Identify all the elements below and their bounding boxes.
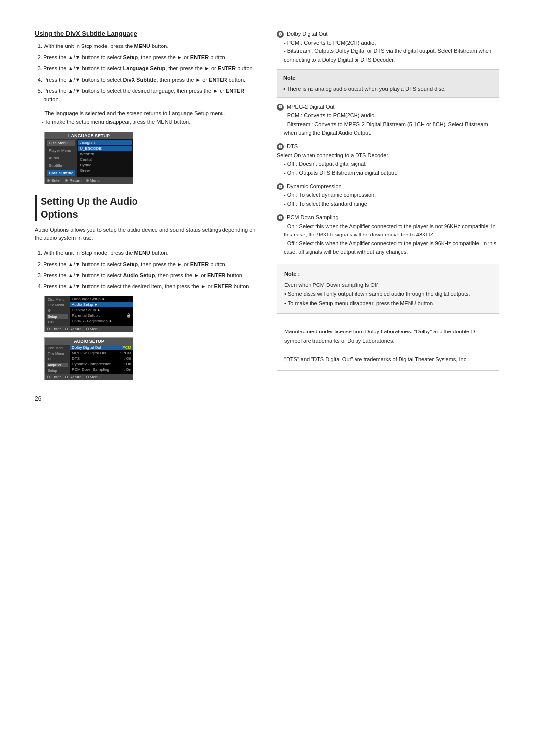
dolby-title: ❶ Dolby Digital Out — [277, 30, 499, 39]
footer-menu-3: ⊙ Menu — [86, 375, 100, 379]
audio-intro: Audio Options allows you to setup the au… — [35, 226, 262, 243]
divx-note-1: The language is selected and the screen … — [42, 109, 262, 118]
circle-2: ❷ — [277, 104, 284, 111]
dts-on: On : Outputs DTS Bitstream via digital o… — [284, 169, 499, 178]
dynamic-title: ❹ Dynamic Compression — [277, 182, 499, 191]
mpeg2-section: ❷ MPEG-2 Digital Out PCM : Converts to P… — [277, 103, 499, 138]
audio-section-title: Setting Up the AudioOptions — [35, 195, 262, 221]
nav-disc-menu: Disc Menu — [47, 140, 75, 146]
bold-setup-a: Setup — [123, 261, 138, 267]
nav-subtitle: Subtitle — [47, 162, 75, 169]
setup-screen-nav: Disc Menu Title Menu ⚙ Setup ⚙⚙ — [45, 296, 70, 326]
bold-enter-2: ENTER — [190, 54, 209, 60]
dolby-digital-section: ❶ Dolby Digital Out PCM : Converts to PC… — [277, 30, 499, 64]
footer-return-3: ⊙ Return — [65, 375, 81, 379]
dolby-pcm: PCM : Converts to PCM(2CH) audio. — [284, 39, 499, 47]
setup-screen-items: Language Setup ► Audio Setup ► Display S… — [70, 296, 133, 326]
language-screen-nav: Disc Menu Player Menu Audio Subtitle Div… — [45, 139, 77, 177]
dynamic-off: Off : To select the standard range. — [284, 200, 499, 209]
nav-audio: Audio — [47, 155, 75, 161]
circle-1: ❶ — [277, 31, 284, 38]
audio-step-4: Press the ▲/▼ buttons to select the desi… — [44, 283, 262, 291]
pcm-title: ❺ PCM Down Sampling — [277, 213, 499, 222]
footer-enter-3: ⊙ Enter — [47, 375, 61, 379]
language-screen-options: : English U_ENCODE Western Central Cyril… — [77, 139, 133, 177]
divx-step-5: Press the ▲/▼ buttons to select the desi… — [44, 87, 262, 104]
footer-return-2: ⊙ Return — [65, 327, 81, 331]
dts-off: Off : Doesn't output digital signal. — [284, 160, 499, 169]
divx-note-2: To make the setup menu disappear, press … — [42, 118, 262, 127]
bold-divx-subtitle: DivX Subtitle — [123, 77, 157, 83]
divx-steps-list: With the unit in Stop mode, press the ME… — [35, 42, 262, 104]
language-screen-footer: ⊙ Enter ⊙ Return ⊙ Menu — [45, 177, 133, 184]
circle-3: ❸ — [277, 143, 284, 150]
language-screen-header: LANGUAGE SETUP — [45, 132, 133, 139]
bold-enter-c: ENTER — [214, 284, 232, 289]
note-2-line3: • To make the Setup menu disappear, pres… — [284, 299, 492, 308]
audio-screen-items: Dolby Digital OutPCM MPEG-2 Digital Out:… — [70, 345, 133, 374]
mpeg2-bitstream: Bitstream : Converts to MPEG-2 Digital B… — [284, 120, 499, 138]
note-2-line2: • Some discs will only output down sampl… — [284, 289, 492, 299]
language-setup-screen: LANGUAGE SETUP Disc Menu Player Menu Aud… — [44, 132, 134, 184]
bold-language-setup: Language Setup — [123, 65, 166, 71]
audio-step-2: Press the ▲/▼ buttons to select Setup, t… — [44, 260, 262, 269]
setup-screen-footer: ⊙ Enter ⊙ Return ⊙ Menu — [45, 326, 133, 332]
note-box-1: Note • There is no analog audio output w… — [277, 69, 499, 97]
nav-player-menu: Player Menu — [47, 147, 75, 154]
dts-section: ❸ DTS Select On when connecting to a DTS… — [277, 142, 499, 177]
divx-step-1: With the unit in Stop mode, press the ME… — [44, 42, 262, 51]
audio-screen-footer: ⊙ Enter ⊙ Return ⊙ Menu — [45, 374, 133, 380]
circle-5: ❺ — [277, 214, 284, 221]
note-2-title: Note : — [284, 269, 492, 279]
audio-step-3: Press the ▲/▼ buttons to select Audio Se… — [44, 271, 262, 280]
footer-enter-2: ⊙ Enter — [47, 327, 61, 331]
audio-steps-list: With the unit in Stop mode, press the ME… — [35, 249, 262, 291]
page-content: Using the DivX Subtitle Language With th… — [35, 30, 499, 402]
footer-enter: ⊙ Enter — [47, 178, 61, 183]
divx-step-2: Press the ▲/▼ buttons to select Setup, t… — [44, 53, 262, 62]
divx-section: Using the DivX Subtitle Language With th… — [35, 30, 262, 184]
bold-enter-b: ENTER — [207, 272, 225, 278]
divx-section-title: Using the DivX Subtitle Language — [35, 30, 262, 37]
audio-setup-screen: AUDIO SETUP Disc Menu Title Menu ⚙ Ampli… — [44, 337, 134, 380]
pcm-section: ❺ PCM Down Sampling On : Select this whe… — [277, 213, 499, 257]
bold-enter-a: ENTER — [190, 261, 209, 267]
dts-title: ❸ DTS — [277, 142, 499, 151]
note-box-2: Note : Even when PCM Down sampling is Of… — [277, 264, 499, 314]
divx-step-3: Press the ▲/▼ buttons to select Language… — [44, 64, 262, 73]
dts-desc: Select On when connecting to a DTS Decod… — [277, 151, 499, 160]
setup-menu-screen: Disc Menu Title Menu ⚙ Setup ⚙⚙ Language… — [44, 296, 134, 332]
pcm-list: On : Select this when the Amplifier conn… — [277, 222, 499, 257]
circle-4: ❹ — [277, 183, 284, 190]
footer-return: ⊙ Return — [65, 178, 81, 183]
audio-section: Setting Up the AudioOptions Audio Option… — [35, 195, 262, 381]
note-1-title: Note — [283, 74, 493, 83]
pcm-off: Off : Select this when the Amplifier con… — [284, 239, 499, 257]
dynamic-compression-section: ❹ Dynamic Compression On : To select dyn… — [277, 182, 499, 208]
trademark-box: Manufactured under license from Dolby La… — [277, 321, 499, 371]
bold-audio-setup: Audio Setup — [123, 272, 155, 278]
nav-divx-subtitle: DivX Subtitle — [47, 170, 75, 176]
right-column: ❶ Dolby Digital Out PCM : Converts to PC… — [277, 30, 499, 402]
divx-step-4: Press the ▲/▼ buttons to select DivX Sub… — [44, 76, 262, 85]
dolby-bitstream: Bitstream : Outputs Dolby Digital or DTS… — [284, 47, 499, 64]
footer-menu: ⊙ Menu — [86, 178, 100, 183]
bold-menu-a: MENU — [134, 250, 150, 256]
mpeg2-pcm: PCM : Converts to PCM(2CH) audio. — [284, 111, 499, 120]
bold-setup-2: Setup — [123, 54, 138, 60]
dynamic-list: On : To select dynamic compression. Off … — [277, 191, 499, 208]
note-2-line1: Even when PCM Down sampling is Off — [284, 281, 492, 290]
trademark-dts: "DTS" and "DTS Digital Out" are trademar… — [284, 355, 492, 364]
bold-enter-4: ENTER — [209, 77, 227, 83]
divx-notes-list: The language is selected and the screen … — [35, 109, 262, 127]
pcm-on: On : Select this when the Amplifier conn… — [284, 222, 499, 239]
bold-enter-5: ENTER — [226, 88, 244, 94]
footer-menu-2: ⊙ Menu — [86, 327, 100, 331]
page-number: 26 — [35, 395, 262, 402]
audio-screen-nav: Disc Menu Title Menu ⚙ Amplifier Setup — [45, 345, 70, 374]
left-column: Using the DivX Subtitle Language With th… — [35, 30, 262, 402]
mpeg2-title: ❷ MPEG-2 Digital Out — [277, 103, 499, 112]
mpeg2-list: PCM : Converts to PCM(2CH) audio. Bitstr… — [277, 111, 499, 138]
bold-menu: MENU — [134, 43, 150, 49]
audio-step-1: With the unit in Stop mode, press the ME… — [44, 249, 262, 258]
